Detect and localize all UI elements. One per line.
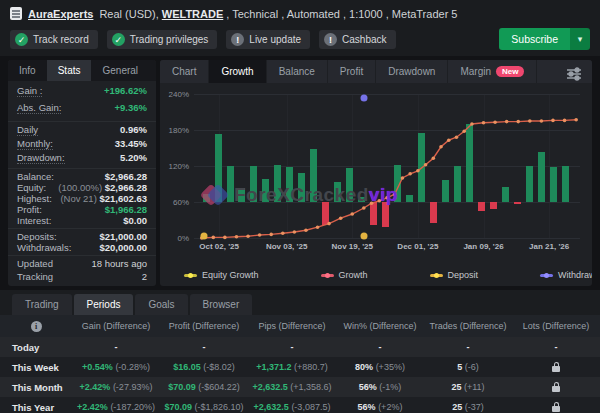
stat-row-withdrawals: Withdrawals:$20,000.00 bbox=[17, 242, 147, 253]
table-cell: 5 (-6) bbox=[424, 357, 512, 377]
deposit-marker bbox=[360, 233, 367, 240]
legend-label: Growth bbox=[339, 270, 368, 280]
stat-value: +9.36% bbox=[115, 102, 148, 113]
x-tick-label: Jan 09, '26 bbox=[463, 242, 503, 251]
badge-track-record[interactable]: ✓Track record bbox=[10, 30, 98, 49]
stat-label: Highest: bbox=[17, 193, 52, 204]
legend-marker-icon bbox=[321, 274, 334, 277]
legend-deposit[interactable]: Deposit bbox=[430, 270, 479, 280]
stat-label: Tracking bbox=[17, 271, 53, 282]
tab-label: Drawdown bbox=[388, 66, 435, 77]
account-name-link[interactable]: AuraExperts bbox=[28, 8, 93, 20]
stat-row-updated: Updated18 hours ago bbox=[17, 258, 147, 271]
stat-value: (100.00%) $2,966.28 bbox=[58, 182, 147, 193]
info-icon[interactable]: i bbox=[0, 315, 72, 337]
bottom-tab-goals[interactable]: Goals bbox=[135, 294, 187, 315]
badge-label: Track record bbox=[33, 34, 89, 45]
stat-row-daily: Daily0.96% bbox=[17, 124, 147, 138]
account-details: Real (USD), WELTRADE , Technical , Autom… bbox=[99, 8, 457, 20]
table-cell: +0.54% (-0.28%) bbox=[72, 357, 160, 377]
account-details-prefix: Real (USD), bbox=[99, 8, 161, 20]
table-cell: $70.09 (-$1,826.10) bbox=[160, 397, 248, 413]
stats-tab-stats[interactable]: Stats bbox=[47, 60, 92, 81]
table-cell: 25 (-37) bbox=[424, 397, 512, 413]
table-cell: - bbox=[72, 337, 160, 357]
column-header: Trades (Difference) bbox=[424, 315, 512, 337]
table-cell: - bbox=[424, 337, 512, 357]
subscribe-label[interactable]: Subscribe bbox=[499, 28, 570, 50]
tab-label: Chart bbox=[172, 66, 196, 77]
table-row-today: Today------ bbox=[0, 337, 600, 357]
stat-value: 0.96% bbox=[120, 124, 147, 135]
badge-live-update[interactable]: !Live update bbox=[226, 30, 310, 49]
alert-icon: ! bbox=[231, 33, 244, 46]
y-tick-label: 0% bbox=[177, 234, 189, 243]
periods-table: iGain (Difference)Profit (Difference)Pip… bbox=[0, 315, 600, 413]
subscribe-button[interactable]: Subscribe ▾ bbox=[499, 28, 590, 50]
bottom-tab-periods[interactable]: Periods bbox=[74, 294, 134, 315]
lock-icon bbox=[552, 366, 560, 372]
column-header: Gain (Difference) bbox=[72, 315, 160, 337]
badge-cashback[interactable]: !Cashback bbox=[319, 30, 395, 49]
tab-label: Info bbox=[19, 65, 36, 76]
table-cell: 56% (-1%) bbox=[336, 377, 424, 397]
tab-label: Balance bbox=[279, 66, 315, 77]
stat-label: Monthly: bbox=[17, 138, 53, 150]
stats-tab-info[interactable]: Info bbox=[8, 60, 47, 81]
stat-label: Drawdown: bbox=[17, 152, 65, 164]
stat-label: Daily bbox=[17, 124, 38, 136]
periods-table-header: iGain (Difference)Profit (Difference)Pip… bbox=[0, 315, 600, 337]
y-tick-label: 120% bbox=[169, 162, 189, 171]
chart-plot-area: Oct 02, '25Nov 03, '25Nov 19, '25Dec 01,… bbox=[194, 94, 580, 238]
chart-tab-drawdown[interactable]: Drawdown bbox=[376, 60, 448, 83]
bottom-tab-trading[interactable]: Trading bbox=[12, 294, 72, 315]
table-cell: +2,632.5 (-3,087.5) bbox=[248, 397, 336, 413]
growth-line bbox=[194, 94, 580, 238]
badge-row: ✓Track record✓Trading privileges!Live up… bbox=[10, 30, 396, 49]
chevron-down-icon[interactable]: ▾ bbox=[570, 28, 590, 50]
chart-tab-chart[interactable]: Chart bbox=[160, 60, 209, 83]
stat-row-profit: Profit:$1,966.28 bbox=[17, 204, 147, 215]
legend-growth[interactable]: Growth bbox=[321, 270, 368, 280]
bottom-tab-browser[interactable]: Browser bbox=[190, 294, 253, 315]
table-cell bbox=[512, 397, 600, 413]
stats-tab-general[interactable]: General bbox=[91, 60, 149, 81]
chart-tab-balance[interactable]: Balance bbox=[267, 60, 328, 83]
alert-icon: ! bbox=[324, 33, 337, 46]
legend-withdrawal[interactable]: Withdrawal bbox=[540, 270, 592, 280]
stats-tabbar: InfoStatsGeneral bbox=[8, 60, 156, 81]
stat-value: $21,000.00 bbox=[99, 231, 147, 242]
broker-link[interactable]: WELTRADE bbox=[162, 8, 224, 20]
chart-tab-margin[interactable]: MarginNew bbox=[448, 60, 537, 83]
tab-label: Browser bbox=[203, 299, 240, 310]
chart-tab-growth[interactable]: Growth bbox=[209, 60, 266, 83]
bottom-tabbar: TradingPeriodsGoalsBrowser bbox=[0, 290, 600, 315]
sliders-icon[interactable] bbox=[566, 66, 582, 84]
legend-marker-icon bbox=[540, 274, 553, 277]
y-tick-label: 180% bbox=[169, 126, 189, 135]
growth-chart: Oct 02, '25Nov 03, '25Nov 19, '25Dec 01,… bbox=[194, 94, 580, 238]
tab-label: Goals bbox=[148, 299, 174, 310]
table-cell: $70.09 (-$604.22) bbox=[160, 377, 248, 397]
stat-row-gain: Gain :+196.62% bbox=[17, 85, 147, 102]
stat-row-drawdown: Drawdown:5.20% bbox=[17, 152, 147, 166]
column-header: Lots (Difference) bbox=[512, 315, 600, 337]
table-row-this-week: This Week+0.54% (-0.28%)$16.05 (-$8.02)+… bbox=[0, 357, 600, 377]
badge-trading-privileges[interactable]: ✓Trading privileges bbox=[107, 30, 218, 49]
x-tick-label: Nov 03, '25 bbox=[266, 242, 307, 251]
page-header: AuraExperts Real (USD), WELTRADE , Techn… bbox=[0, 0, 600, 56]
chart-tab-profit[interactable]: Profit bbox=[328, 60, 376, 83]
stat-value: 18 hours ago bbox=[92, 258, 147, 269]
stat-label: Updated bbox=[17, 258, 53, 269]
stat-value: 33.45% bbox=[115, 138, 147, 149]
table-cell: - bbox=[248, 337, 336, 357]
stat-label: Interest: bbox=[17, 215, 51, 226]
legend-equity-growth[interactable]: Equity Growth bbox=[184, 270, 259, 280]
stats-panel: InfoStatsGeneral Gain :+196.62%Abs. Gain… bbox=[8, 60, 156, 286]
table-cell: - bbox=[336, 337, 424, 357]
lock-icon bbox=[552, 406, 560, 412]
stat-label: Abs. Gain: bbox=[17, 102, 61, 114]
period-label: This Month bbox=[0, 377, 72, 397]
stat-value: 2 bbox=[142, 271, 147, 282]
stat-value: $20,000.00 bbox=[99, 242, 147, 253]
